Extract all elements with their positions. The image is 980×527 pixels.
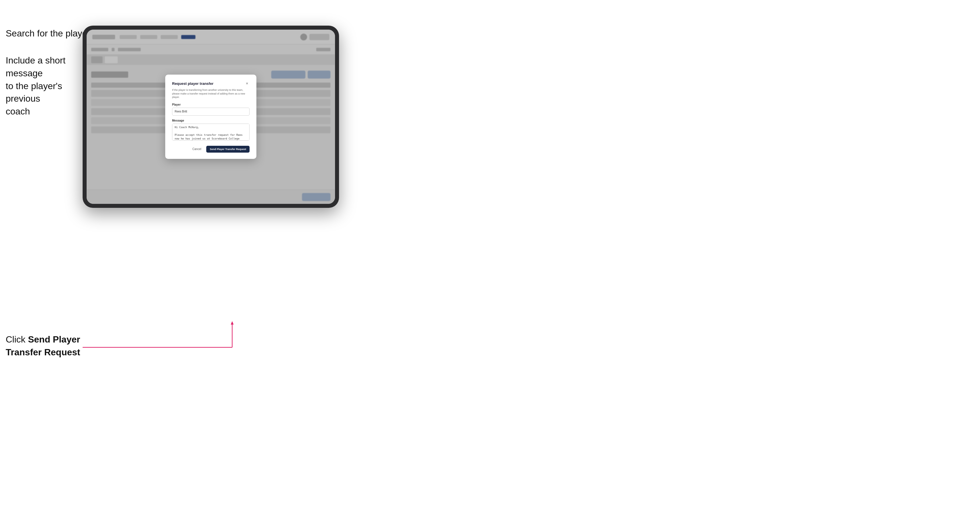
modal-footer: Cancel Send Player Transfer Request	[172, 146, 250, 152]
message-textarea[interactable]: Hi Coach McHarg, Please accept this tran…	[172, 124, 250, 141]
annotation-click: Click Send Player Transfer Request	[6, 333, 94, 359]
send-transfer-button[interactable]: Send Player Transfer Request	[206, 146, 250, 152]
modal-title: Request player transfer	[172, 81, 213, 86]
player-label: Player	[172, 103, 250, 106]
tablet-device: Request player transfer × If the player …	[83, 25, 339, 208]
modal-close-button[interactable]: ×	[245, 81, 250, 86]
modal-overlay: Request player transfer × If the player …	[87, 30, 335, 204]
cancel-button[interactable]: Cancel	[189, 146, 204, 152]
modal-header: Request player transfer ×	[172, 81, 250, 86]
player-search-input[interactable]	[172, 108, 250, 116]
tablet-screen: Request player transfer × If the player …	[87, 30, 335, 204]
request-transfer-modal: Request player transfer × If the player …	[165, 75, 256, 159]
annotation-message: Include a short messageto the player's p…	[6, 54, 86, 118]
annotation-search: Search for the player.	[6, 27, 92, 40]
modal-description: If the player is transferring from anoth…	[172, 88, 250, 99]
svg-marker-4	[231, 321, 234, 325]
message-label: Message	[172, 119, 250, 122]
